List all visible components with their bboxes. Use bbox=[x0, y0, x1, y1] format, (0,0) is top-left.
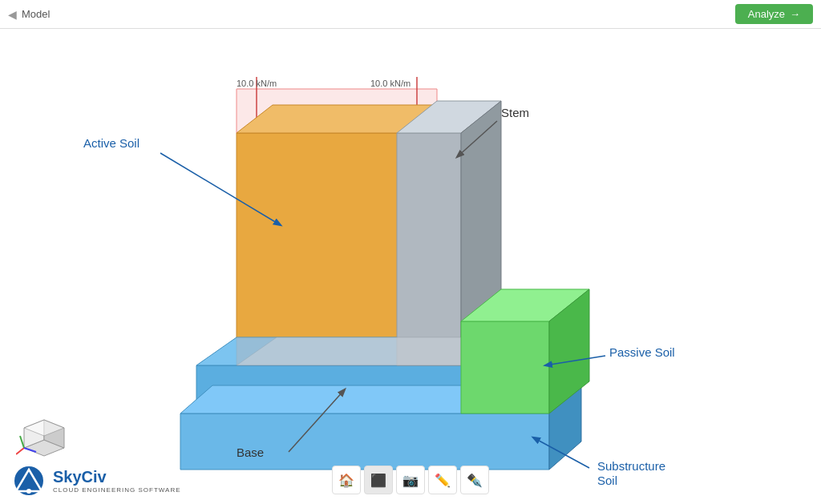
analyze-label: Analyze bbox=[748, 8, 785, 20]
skyciv-logo-icon bbox=[11, 466, 47, 496]
analyze-button[interactable]: Analyze → bbox=[735, 4, 813, 24]
topbar: ◀ Model Analyze → bbox=[0, 0, 821, 29]
analyze-arrow: → bbox=[790, 8, 800, 20]
cube-button[interactable]: ⬛ bbox=[364, 466, 393, 494]
orientation-cube[interactable] bbox=[16, 412, 72, 460]
back-icon[interactable]: ◀ bbox=[8, 8, 17, 21]
skyciv-logo-text: SkyCiv CLOUD ENGINEERING SOFTWARE bbox=[53, 468, 181, 494]
load-left-label: 10.0 kN/m bbox=[237, 79, 277, 88]
base-label: Base bbox=[237, 446, 264, 459]
svg-line-31 bbox=[20, 436, 24, 448]
svg-marker-19 bbox=[461, 321, 549, 413]
skyciv-subtitle: CLOUD ENGINEERING SOFTWARE bbox=[53, 486, 181, 494]
stem-label: Stem bbox=[501, 106, 529, 119]
camera-button[interactable]: 📷 bbox=[396, 466, 425, 494]
svg-marker-11 bbox=[180, 413, 549, 470]
skyciv-name: SkyCiv bbox=[53, 468, 181, 486]
erase-button[interactable]: ✒️ bbox=[460, 466, 489, 494]
skyciv-logo: SkyCiv CLOUD ENGINEERING SOFTWARE bbox=[11, 466, 181, 496]
main-canvas: 10.0 kN/m 10.0 kN/m Active Soil Stem Pas… bbox=[0, 29, 821, 504]
svg-point-36 bbox=[26, 489, 31, 494]
active-soil-label: Active Soil bbox=[83, 136, 140, 150]
passive-soil-label: Passive Soil bbox=[609, 345, 675, 359]
substructure-soil-label: SubstructureSoil bbox=[597, 459, 665, 488]
svg-marker-14 bbox=[397, 133, 461, 365]
bottom-toolbar: 🏠 ⬛ 📷 ✏️ ✒️ bbox=[332, 466, 489, 494]
load-right-label: 10.0 kN/m bbox=[370, 79, 410, 88]
edit-button[interactable]: ✏️ bbox=[428, 466, 457, 494]
model-label: Model bbox=[22, 8, 50, 20]
svg-line-30 bbox=[16, 448, 24, 454]
3d-scene bbox=[0, 29, 821, 504]
home-button[interactable]: 🏠 bbox=[332, 466, 361, 494]
